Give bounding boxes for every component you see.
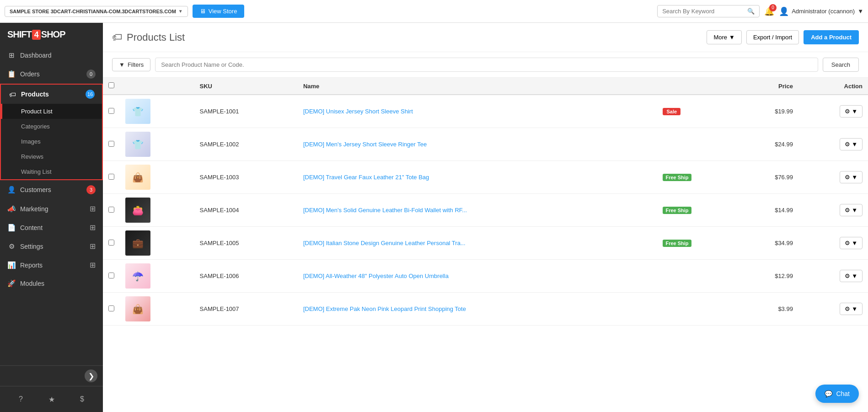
- sidebar-bottom: ? ★ $: [0, 386, 103, 412]
- product-action-button[interactable]: ⚙ ▼: [840, 171, 863, 183]
- more-button[interactable]: More ▼: [707, 30, 742, 44]
- action-dropdown-arrow: ▼: [852, 273, 857, 279]
- product-name-link[interactable]: [DEMO] Men's Jersey Short Sleeve Ringer …: [303, 141, 427, 148]
- sidebar-item-categories[interactable]: Categories: [1, 119, 102, 134]
- product-name-link[interactable]: [DEMO] Extreme Pak Neon Pink Leopard Pri…: [303, 305, 466, 312]
- row-checkbox[interactable]: [108, 240, 114, 246]
- product-image-cell: 👜: [120, 293, 194, 326]
- product-thumbnail: 👜: [125, 296, 150, 321]
- notification-badge: 0: [769, 4, 777, 11]
- sidebar-item-reviews[interactable]: Reviews: [1, 149, 102, 164]
- chat-button[interactable]: 💬 Chat: [815, 385, 859, 403]
- product-name-link[interactable]: [DEMO] Unisex Jersey Short Sleeve Shirt: [303, 108, 413, 115]
- help-icon[interactable]: ?: [14, 392, 28, 407]
- sidebar-item-settings[interactable]: ⚙ Settings ⊞: [0, 237, 103, 256]
- keyword-search-box[interactable]: 🔍: [657, 5, 760, 17]
- product-action-cell: ⚙ ▼: [798, 227, 868, 260]
- marketing-expand: ⊞: [90, 204, 96, 213]
- row-checkbox[interactable]: [108, 174, 114, 180]
- filter-bar: ▼ Filters Search: [103, 52, 868, 78]
- product-action-button[interactable]: ⚙ ▼: [840, 270, 863, 282]
- select-all-header: [103, 78, 120, 95]
- product-name: [DEMO] Unisex Jersey Short Sleeve Shirt: [298, 95, 658, 128]
- product-sku: SAMPLE-1006: [194, 260, 298, 293]
- product-action-button[interactable]: ⚙ ▼: [840, 204, 863, 216]
- sku-header: SKU: [194, 78, 298, 95]
- product-image-cell: ☂️: [120, 260, 194, 293]
- row-checkbox[interactable]: [108, 273, 114, 278]
- product-search-button[interactable]: Search: [823, 58, 859, 72]
- action-dropdown-arrow: ▼: [852, 108, 857, 115]
- page-header: 🏷 Products List More ▼ Export / Import A…: [103, 23, 868, 52]
- page-title: 🏷 Products List: [112, 32, 185, 43]
- product-name: [DEMO] All-Weather 48" Polyester Auto Op…: [298, 260, 658, 293]
- notification-icon[interactable]: 🔔 0: [764, 6, 774, 16]
- sidebar-item-reports[interactable]: 📊 Reports ⊞: [0, 256, 103, 274]
- action-dropdown-arrow: ▼: [852, 141, 857, 148]
- view-store-button[interactable]: 🖥 View Store: [193, 5, 245, 18]
- gear-icon: ⚙: [845, 207, 850, 214]
- favorites-icon[interactable]: ★: [44, 392, 59, 407]
- product-name-link[interactable]: [DEMO] Travel Gear Faux Leather 21" Tote…: [303, 174, 429, 181]
- product-price: $24.99: [739, 128, 798, 161]
- add-product-button[interactable]: Add a Product: [804, 30, 859, 44]
- product-action-cell: ⚙ ▼: [798, 95, 868, 128]
- free-ship-badge: Free Ship: [663, 207, 691, 214]
- product-name-link[interactable]: [DEMO] Italian Stone Design Genuine Leat…: [303, 240, 466, 246]
- free-ship-badge: Free Ship: [663, 240, 691, 247]
- sidebar-collapse-button[interactable]: ❯: [85, 369, 97, 382]
- product-action-button[interactable]: ⚙ ▼: [840, 303, 863, 315]
- product-search-input[interactable]: [155, 58, 818, 72]
- product-image-cell: 👕: [120, 95, 194, 128]
- action-header: Action: [798, 78, 868, 95]
- products-badge: 16: [86, 90, 95, 99]
- reports-icon: 📊: [7, 261, 16, 269]
- sidebar-item-waiting-list[interactable]: Waiting List: [1, 164, 102, 179]
- content-expand: ⊞: [90, 223, 96, 232]
- select-all-checkbox[interactable]: [108, 82, 114, 88]
- marketing-icon: 📣: [7, 205, 16, 213]
- product-thumbnail: 👕: [125, 99, 150, 124]
- row-checkbox[interactable]: [108, 207, 114, 213]
- billing-icon[interactable]: $: [75, 392, 90, 407]
- sidebar-item-customers[interactable]: 👤 Customers 3: [0, 180, 103, 199]
- products-icon: 🏷: [8, 91, 16, 98]
- product-action-button[interactable]: ⚙ ▼: [840, 105, 863, 118]
- sidebar-item-modules[interactable]: 🚀 Modules: [0, 274, 103, 293]
- sidebar-item-dashboard[interactable]: ⊞ Dashboard: [0, 46, 103, 64]
- row-checkbox[interactable]: [108, 141, 114, 147]
- row-checkbox-cell: [103, 161, 120, 194]
- product-badge-cell: Sale: [657, 95, 738, 128]
- sidebar-item-orders[interactable]: 📋 Orders 0: [0, 64, 103, 84]
- product-name-link[interactable]: [DEMO] All-Weather 48" Polyester Auto Op…: [303, 273, 449, 279]
- keyword-search-input[interactable]: [662, 8, 745, 15]
- product-image-cell: 👕: [120, 128, 194, 161]
- row-checkbox[interactable]: [108, 108, 114, 114]
- monitor-icon: 🖥: [200, 8, 206, 15]
- user-menu[interactable]: 👤 Administrator (ccannon) ▼: [779, 6, 863, 16]
- row-checkbox[interactable]: [108, 305, 114, 311]
- table-row: 👕 SAMPLE-1002 [DEMO] Men's Jersey Short …: [103, 128, 868, 161]
- product-thumbnail: 👛: [125, 198, 150, 223]
- product-sku: SAMPLE-1003: [194, 161, 298, 194]
- product-action-cell: ⚙ ▼: [798, 128, 868, 161]
- sidebar-item-images[interactable]: Images: [1, 134, 102, 149]
- sidebar-item-marketing[interactable]: 📣 Marketing ⊞: [0, 199, 103, 218]
- product-sku: SAMPLE-1005: [194, 227, 298, 260]
- filters-button[interactable]: ▼ Filters: [112, 58, 150, 71]
- sidebar-item-products[interactable]: 🏷 Products 16: [1, 85, 102, 104]
- sidebar-item-content[interactable]: 📄 Content ⊞: [0, 218, 103, 237]
- product-name-link[interactable]: [DEMO] Men's Solid Genuine Leather Bi-Fo…: [303, 207, 467, 214]
- action-dropdown-arrow: ▼: [852, 240, 857, 246]
- product-name: [DEMO] Men's Solid Genuine Leather Bi-Fo…: [298, 194, 658, 227]
- free-ship-badge: Free Ship: [663, 174, 691, 181]
- products-table-container: SKU Name Price Action 👕 SAMPLE-1001 [DEM…: [103, 78, 868, 412]
- export-import-button[interactable]: Export / Import: [746, 30, 799, 44]
- image-header: [120, 78, 194, 95]
- sidebar-item-product-list[interactable]: Product List: [1, 104, 102, 119]
- logo: SHIFT4SHOP: [0, 23, 103, 46]
- product-name: [DEMO] Travel Gear Faux Leather 21" Tote…: [298, 161, 658, 194]
- store-selector[interactable]: SAMPLE STORE 3DCART-CHRISTIANNA-COM.3DCA…: [5, 6, 188, 17]
- product-action-button[interactable]: ⚙ ▼: [840, 237, 863, 249]
- product-action-button[interactable]: ⚙ ▼: [840, 138, 863, 150]
